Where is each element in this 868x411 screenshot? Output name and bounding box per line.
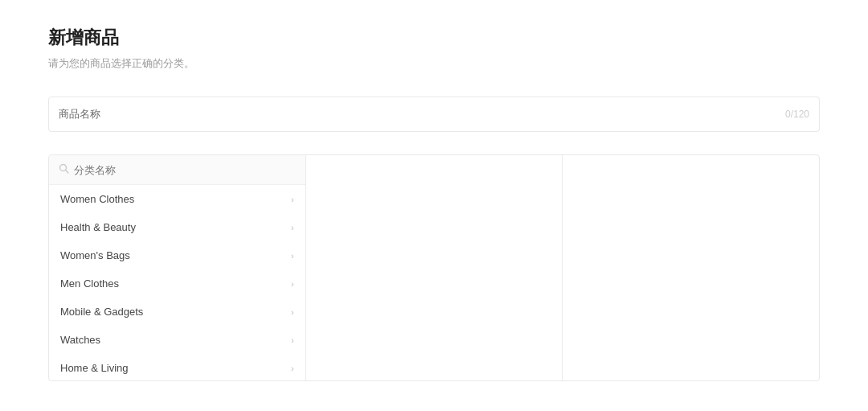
chevron-right-icon: ›	[291, 223, 294, 232]
product-name-row: 商品名称 0/120	[48, 97, 820, 132]
chevron-right-icon: ›	[291, 279, 294, 289]
category-search-input[interactable]	[74, 164, 296, 176]
category-item-label: Health & Beauty	[60, 221, 136, 233]
category-panel-1: Women Clothes›Health & Beauty›Women's Ba…	[49, 155, 306, 380]
category-item-label: Mobile & Gadgets	[60, 306, 143, 318]
empty-panel-3	[563, 155, 819, 348]
category-item-label: Men Clothes	[60, 277, 119, 290]
category-item-womens-bags[interactable]: Women's Bags›	[49, 241, 305, 269]
category-item-mobile-gadgets[interactable]: Mobile & Gadgets›	[49, 298, 305, 326]
category-panel-2	[306, 155, 563, 380]
category-item-label: Women Clothes	[60, 193, 134, 205]
category-item-home-living[interactable]: Home & Living›	[49, 354, 305, 378]
category-item-label: Women's Bags	[60, 249, 130, 261]
chevron-right-icon: ›	[291, 364, 294, 373]
search-icon	[59, 163, 69, 176]
category-item-watches[interactable]: Watches›	[49, 326, 305, 354]
category-list-1[interactable]: Women Clothes›Health & Beauty›Women's Ba…	[49, 185, 305, 378]
product-name-input[interactable]	[120, 108, 785, 121]
page-subtitle: 请为您的商品选择正确的分类。	[48, 56, 820, 71]
empty-panel-2	[306, 155, 563, 348]
page-title: 新增商品	[48, 26, 820, 50]
category-section: Women Clothes›Health & Beauty›Women's Ba…	[48, 154, 820, 381]
category-item-women-clothes[interactable]: Women Clothes›	[49, 185, 305, 213]
chevron-right-icon: ›	[291, 307, 294, 317]
chevron-right-icon: ›	[291, 195, 294, 204]
category-item-health-beauty[interactable]: Health & Beauty›	[49, 213, 305, 241]
page-container: 新增商品 请为您的商品选择正确的分类。 商品名称 0/120 Women Clo…	[0, 0, 868, 411]
category-panel-3	[563, 155, 819, 380]
search-wrapper	[49, 155, 305, 185]
chevron-right-icon: ›	[291, 251, 294, 261]
svg-line-1	[66, 171, 69, 174]
category-item-label: Watches	[60, 334, 100, 346]
category-item-men-clothes[interactable]: Men Clothes›	[49, 269, 305, 298]
product-name-label: 商品名称	[59, 107, 107, 121]
char-count: 0/120	[785, 109, 809, 120]
category-item-label: Home & Living	[60, 362, 129, 374]
chevron-right-icon: ›	[291, 335, 294, 345]
